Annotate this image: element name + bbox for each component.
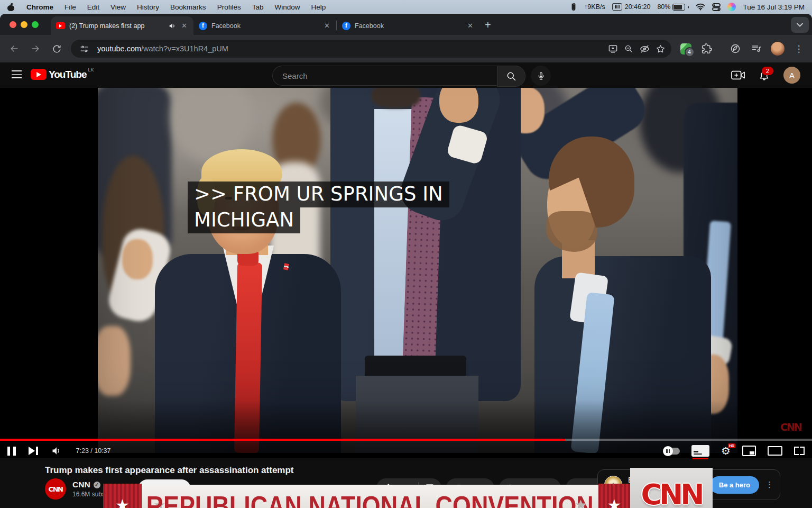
tab-facebook-2[interactable]: f Facebook ✕ [337, 16, 479, 35]
search-box[interactable] [272, 66, 514, 86]
youtube-logo[interactable]: YouTube LK [31, 69, 94, 80]
chrome-menu-icon[interactable]: ⋮ [790, 40, 808, 58]
timer-widget[interactable]: 20:46:20 [612, 3, 651, 11]
zoom-icon[interactable] [621, 41, 636, 57]
reload-button[interactable] [48, 40, 66, 58]
notification-count-badge: 2 [762, 67, 773, 75]
create-button[interactable] [731, 70, 745, 80]
menu-chrome[interactable]: Chrome [26, 3, 53, 11]
profile-avatar[interactable] [769, 40, 787, 58]
caption-line: >> FROM UR SPRINGS IN [188, 182, 449, 207]
minimize-window-button[interactable] [21, 21, 27, 28]
zoom-window-button[interactable] [32, 21, 39, 28]
siri-icon[interactable] [727, 3, 736, 11]
media-controls-icon[interactable] [748, 40, 765, 58]
closed-captions: >> FROM UR SPRINGS IN MICHIGAN [188, 182, 449, 233]
caption-line: MICHIGAN [188, 207, 300, 233]
paperclip-icon[interactable] [570, 3, 577, 11]
cnn-lower-third-banner: ★ ★ REPUBLICAN NATIONAL CONVENTION ★ ★ [103, 484, 630, 508]
eye-off-icon[interactable] [636, 41, 652, 57]
menu-edit[interactable]: Edit [87, 3, 99, 11]
banner-red-cap: ★ [598, 484, 630, 508]
tab-facebook-1[interactable]: f Facebook ✕ [193, 16, 336, 35]
country-code: LK [88, 67, 94, 72]
ad-menu-icon[interactable]: ⋮ [765, 480, 773, 489]
extensions-puzzle-icon[interactable] [698, 40, 716, 58]
pause-button[interactable] [7, 447, 16, 456]
voice-search-button[interactable] [531, 66, 551, 86]
close-tab-icon[interactable]: ✕ [466, 22, 474, 30]
network-speed[interactable]: ↑9KB/s [584, 3, 605, 11]
screen: Chrome File Edit View History Bookmarks … [0, 0, 812, 508]
close-tab-icon[interactable]: ✕ [323, 22, 331, 30]
wifi-icon[interactable] [696, 3, 705, 11]
hd-badge: HD [728, 443, 735, 448]
battery-widget-icon [612, 3, 622, 11]
install-app-icon[interactable] [605, 41, 621, 57]
guide-menu-icon[interactable] [12, 70, 22, 78]
verified-badge-icon: ✓ [94, 482, 100, 488]
autoplay-toggle[interactable] [664, 448, 680, 455]
video-player[interactable]: >> FROM UR SPRINGS IN MICHIGAN ★ ★ REPUB… [0, 88, 812, 458]
banner-red-cap: ★ [103, 484, 142, 508]
star-icon: ★ [607, 496, 622, 508]
bookmark-star-icon[interactable] [652, 41, 668, 57]
back-button[interactable] [5, 40, 23, 58]
battery-saver-icon[interactable] [726, 40, 744, 58]
banner-bar: ★ REPUBLICAN NATIONAL CONVENTION ★ [142, 485, 598, 508]
tab-youtube[interactable]: (2) Trump makes first app ✕ [51, 16, 193, 35]
tab-title: Facebook [211, 22, 319, 30]
menu-history[interactable]: History [137, 3, 159, 11]
menu-help[interactable]: Help [311, 3, 326, 11]
miniplayer-button[interactable] [742, 446, 756, 456]
theater-mode-button[interactable] [768, 446, 782, 456]
settings-button[interactable]: ⚙HD [721, 446, 731, 456]
star-icon: ★ [575, 497, 587, 508]
site-info-icon[interactable] [76, 41, 92, 57]
search-input[interactable] [281, 71, 506, 81]
macos-menu-bar: Chrome File Edit View History Bookmarks … [0, 0, 812, 14]
battery-icon [672, 4, 685, 11]
tab-search-button[interactable] [791, 17, 809, 33]
progress-bar[interactable] [0, 439, 812, 441]
address-bar[interactable]: youtube.com/watch?v=x3U1hR4_pUM [71, 40, 671, 58]
notifications-button[interactable]: 2 [759, 69, 770, 81]
chrome-window: (2) Trump makes first app ✕ f Facebook ✕… [0, 14, 812, 508]
search-button[interactable] [497, 66, 525, 87]
url-text[interactable]: youtube.com/watch?v=x3U1hR4_pUM [97, 44, 605, 53]
tab-audio-icon[interactable] [169, 22, 176, 30]
menu-view[interactable]: View [110, 3, 126, 11]
adblock-extension-icon[interactable]: 4 [677, 40, 695, 58]
menu-bar-clock[interactable]: Tue 16 Jul 3:19 PM [743, 3, 805, 11]
menu-file[interactable]: File [64, 3, 76, 11]
volume-button[interactable] [51, 446, 62, 456]
apple-menu-icon[interactable] [7, 3, 14, 11]
facebook-favicon: f [199, 22, 207, 30]
tab-title: (2) Trump makes first app [69, 22, 164, 30]
youtube-favicon [56, 22, 65, 29]
captions-button[interactable] [691, 445, 709, 457]
close-window-button[interactable] [10, 21, 16, 28]
channel-avatar[interactable]: CNN [45, 478, 66, 500]
star-icon: ★ [115, 496, 130, 508]
menu-window[interactable]: Window [274, 3, 300, 11]
next-button[interactable] [29, 447, 38, 455]
forward-button[interactable] [26, 40, 44, 58]
video-scene [98, 88, 737, 453]
menu-bookmarks[interactable]: Bookmarks [170, 3, 206, 11]
control-center-icon[interactable] [712, 3, 721, 11]
time-display: 7:23 / 10:37 [76, 447, 111, 455]
account-avatar[interactable]: A [783, 67, 800, 84]
player-controls: 7:23 / 10:37 ⚙HD [0, 443, 812, 458]
battery-status[interactable]: 80% [657, 3, 689, 11]
new-tab-button[interactable]: + [485, 19, 491, 31]
close-tab-icon[interactable]: ✕ [180, 22, 188, 30]
menu-profiles[interactable]: Profiles [217, 3, 241, 11]
browser-toolbar: youtube.com/watch?v=x3U1hR4_pUM 4 [0, 35, 812, 62]
menu-tab[interactable]: Tab [252, 3, 264, 11]
window-controls [10, 21, 39, 28]
ad-cta-button[interactable]: Be a hero [710, 476, 759, 494]
tab-strip: (2) Trump makes first app ✕ f Facebook ✕… [0, 14, 812, 35]
fullscreen-button[interactable] [794, 447, 805, 455]
extension-badge: 4 [685, 47, 695, 57]
